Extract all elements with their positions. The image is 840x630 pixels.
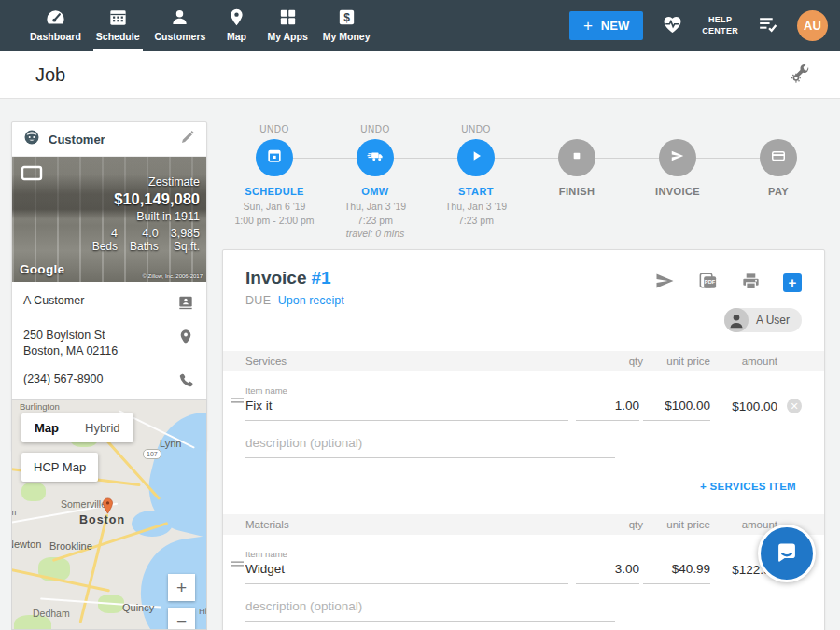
nav-label: Dashboard: [30, 31, 81, 42]
undo-omw-link[interactable]: UNDO: [325, 124, 426, 136]
nav-item-dashboard[interactable]: Dashboard: [22, 0, 89, 51]
activity-list-icon[interactable]: [756, 12, 779, 39]
contact-card-icon[interactable]: [176, 293, 195, 315]
qty-column-header: qty: [580, 519, 643, 530]
new-button[interactable]: + NEW: [569, 11, 643, 40]
material-unit-price-input[interactable]: $40.99: [643, 562, 710, 584]
user-avatar[interactable]: AU: [797, 10, 828, 41]
map-label: Hi: [199, 606, 207, 616]
material-description-row: description (optional): [223, 599, 824, 622]
add-service-row: + SERVICES ITEM: [223, 477, 824, 494]
services-header-band: Services qty unit price amount: [223, 351, 824, 371]
credit-card-icon: [769, 147, 788, 169]
add-service-item-link[interactable]: + SERVICES ITEM: [700, 481, 796, 492]
street-view-icon[interactable]: [21, 165, 43, 185]
nav-item-my-apps[interactable]: My Apps: [259, 0, 315, 51]
service-unit-price-input[interactable]: $100.00: [643, 399, 710, 421]
material-description-input[interactable]: description (optional): [245, 599, 615, 622]
app-window: Dashboard Schedule Customers Map My Apps…: [0, 0, 840, 630]
pdf-icon[interactable]: PDF: [697, 271, 719, 296]
map-type-toggle: Map Hybrid: [21, 413, 133, 442]
omw-step-button[interactable]: [357, 139, 394, 176]
map-zoom-controls: + −: [168, 574, 195, 630]
map-pin-icon: [220, 7, 252, 29]
map-park: [21, 483, 46, 501]
finish-step-button[interactable]: [558, 139, 595, 176]
drag-handle-icon[interactable]: [231, 391, 244, 408]
help-line2: CENTER: [702, 26, 738, 37]
step-date: Thu, Jan 3 '19: [325, 200, 426, 214]
job-tools-icon[interactable]: [789, 62, 812, 89]
customer-card-header: Customer: [12, 122, 206, 157]
timeline-step-finish: FINISH: [526, 124, 627, 247]
svg-text:PDF: PDF: [705, 279, 716, 285]
new-button-label: NEW: [601, 19, 629, 33]
material-line-item: Item name Widget 3.00 $40.99 $122.97: [223, 549, 824, 584]
schedule-step-button[interactable]: [256, 139, 293, 176]
chat-bubble-icon: [773, 538, 801, 569]
print-icon[interactable]: [740, 271, 762, 296]
edit-pencil-icon[interactable]: [179, 129, 196, 149]
pay-step-button[interactable]: [760, 139, 797, 176]
calendar-icon: [96, 7, 140, 29]
material-item-name-input[interactable]: Widget: [245, 562, 568, 584]
send-icon: [668, 147, 687, 169]
property-stats: 4Beds 4.0Baths 3,985Sq.ft.: [92, 227, 200, 253]
map-widget[interactable]: Burlington Lynn Somerville Boston Brookl…: [11, 399, 207, 630]
invoice-step-button[interactable]: [659, 139, 696, 176]
zoom-in-button[interactable]: +: [168, 574, 195, 601]
heart-pulse-icon[interactable]: [661, 12, 684, 39]
materials-header: Materials: [245, 519, 580, 530]
map-label: Somerville: [61, 498, 106, 510]
main-nav: Dashboard Schedule Customers Map My Apps…: [22, 0, 378, 51]
step-label: OMW: [325, 186, 426, 197]
top-navbar: Dashboard Schedule Customers Map My Apps…: [0, 0, 840, 51]
nav-item-my-money[interactable]: $ My Money: [315, 0, 378, 51]
customer-card-title: Customer: [49, 133, 105, 147]
grid-icon: [267, 7, 307, 29]
phone-icon[interactable]: [177, 371, 195, 393]
hcp-map-button[interactable]: HCP Map: [21, 453, 98, 482]
amount-column-header: amount: [710, 356, 777, 367]
help-center-link[interactable]: HELP CENTER: [702, 15, 738, 36]
map-label: Lynn: [160, 438, 181, 449]
assigned-user-chip[interactable]: A User: [724, 308, 802, 332]
due-terms-link[interactable]: Upon receipt: [278, 294, 344, 307]
help-line1: HELP: [702, 15, 738, 26]
play-icon: [467, 147, 485, 169]
map-label: ham: [11, 507, 16, 517]
services-header: Services: [245, 356, 580, 367]
plus-icon: +: [583, 18, 593, 34]
invoice-card: Invoice#1 DUE Upon receipt PDF + A User …: [222, 249, 825, 630]
person-icon: [155, 7, 206, 29]
send-invoice-icon[interactable]: [653, 270, 676, 296]
map-label: Quincy: [122, 602, 154, 613]
nav-item-schedule[interactable]: Schedule: [89, 0, 147, 51]
title-bar: Job: [0, 51, 840, 99]
add-invoice-button[interactable]: +: [783, 273, 802, 292]
location-pin-icon[interactable]: [176, 328, 195, 350]
zestimate-overlay: Zestimate $10,149,080 Built in 1911 4Bed…: [92, 175, 200, 253]
nav-item-customers[interactable]: Customers: [147, 0, 214, 51]
service-description-input[interactable]: description (optional): [245, 436, 615, 458]
drag-handle-icon[interactable]: [231, 554, 244, 571]
map-type-map-button[interactable]: Map: [21, 413, 72, 442]
map-type-hybrid-button[interactable]: Hybrid: [72, 413, 133, 442]
service-qty-input[interactable]: 1.00: [576, 399, 639, 421]
timeline-step-invoice: INVOICE: [627, 124, 728, 247]
start-step-button[interactable]: [457, 139, 495, 176]
remove-item-button[interactable]: ✕: [787, 399, 802, 413]
nav-item-map[interactable]: Map: [213, 0, 259, 51]
undo-start-link[interactable]: UNDO: [426, 124, 526, 136]
route-shield: 107: [143, 449, 161, 459]
undo-schedule-link[interactable]: UNDO: [224, 124, 325, 136]
zoom-out-button[interactable]: −: [168, 608, 195, 630]
assigned-user-name: A User: [756, 314, 790, 327]
speedometer-icon: [30, 7, 81, 29]
map-label: Dedham: [33, 608, 70, 619]
material-qty-input[interactable]: 3.00: [576, 562, 639, 584]
service-item-name-input[interactable]: Fix it: [245, 399, 568, 421]
item-name-label: Item name: [245, 549, 576, 559]
chat-launcher-button[interactable]: [758, 525, 816, 582]
unit-price-column-header: unit price: [643, 519, 710, 530]
